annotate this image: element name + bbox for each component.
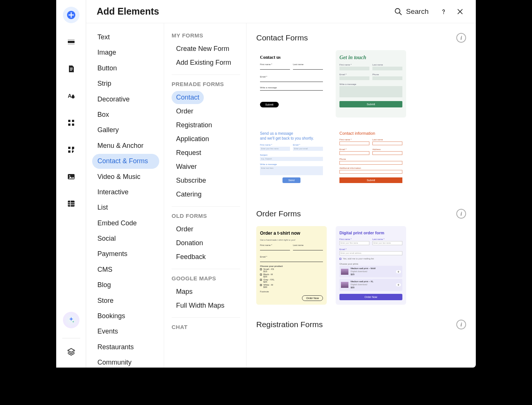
category-item[interactable]: Contact & Forms <box>92 154 159 168</box>
svg-point-22 <box>443 13 444 14</box>
group-label: CHAT <box>172 324 243 330</box>
subcategory-item[interactable]: Order <box>172 105 243 118</box>
subcategory-item[interactable]: Order <box>172 223 243 236</box>
grid-icon <box>67 118 76 127</box>
category-item[interactable]: Store <box>92 293 159 308</box>
form-preview[interactable]: Order a t-shirt now Get a handmade t-shi… <box>256 226 327 305</box>
rail-media-icon[interactable] <box>63 168 79 185</box>
rail-plugins-icon[interactable] <box>63 141 79 158</box>
rail-design-icon[interactable]: A <box>63 88 79 104</box>
close-button[interactable] <box>455 6 465 17</box>
help-icon <box>440 8 447 15</box>
category-item[interactable]: Decorative <box>92 92 159 107</box>
add-button[interactable] <box>63 7 79 23</box>
info-button[interactable]: i <box>456 320 466 329</box>
subcategory-item[interactable]: Request <box>172 146 243 159</box>
category-item[interactable]: Box <box>92 107 159 122</box>
panel-title: Add Elements <box>97 6 159 17</box>
subcategory-item[interactable]: Subscribe <box>172 174 243 187</box>
category-item[interactable]: Image <box>92 45 159 60</box>
category-item[interactable]: Bookings <box>92 309 159 323</box>
section-icon <box>67 37 76 46</box>
category-item[interactable]: List <box>92 200 159 215</box>
form-preview[interactable]: Get in touch First name *Last name Email… <box>336 50 406 118</box>
section-header: Contact Forms i <box>256 33 466 43</box>
layers-icon <box>67 347 76 356</box>
svg-point-15 <box>69 176 70 177</box>
category-item[interactable]: Strip <box>92 76 159 91</box>
svg-rect-16 <box>68 201 75 207</box>
subcategory-item[interactable]: Donation <box>172 237 243 250</box>
svg-rect-8 <box>68 120 70 122</box>
category-item[interactable]: Embed Code <box>92 216 159 231</box>
text-drop-icon: A <box>67 91 76 100</box>
section-header: Registration Forms i <box>256 320 466 329</box>
search-icon <box>394 7 402 16</box>
rail-data-icon[interactable] <box>63 195 79 212</box>
svg-rect-9 <box>72 120 74 122</box>
section-title: Order Forms <box>256 209 301 218</box>
section-title: Registration Forms <box>256 320 323 329</box>
subcategory-item[interactable]: Create New Form <box>172 42 243 55</box>
subcategory-item[interactable]: Catering <box>172 188 243 201</box>
rail-page-icon[interactable] <box>63 61 79 77</box>
search-label: Search <box>406 7 429 16</box>
svg-text:A: A <box>68 93 72 99</box>
help-button[interactable] <box>438 6 449 17</box>
form-preview[interactable]: Send us a message and we'll get back to … <box>256 127 327 194</box>
svg-rect-10 <box>68 124 70 126</box>
category-item[interactable]: Payments <box>92 247 159 261</box>
group-label: MY FORMS <box>172 32 243 39</box>
category-item[interactable]: Events <box>92 324 159 339</box>
svg-rect-1 <box>68 41 75 43</box>
category-item[interactable]: Blog <box>92 278 159 292</box>
layers-button[interactable] <box>63 344 79 360</box>
category-item[interactable]: Social <box>92 231 159 246</box>
section-header: Order Forms i <box>256 209 466 219</box>
add-elements-panel: A Add Elements Search <box>56 0 476 368</box>
group-label: PREMADE FORMS <box>172 81 243 87</box>
category-item[interactable]: Gallery <box>92 123 159 137</box>
subcategory-item[interactable]: Add Existing Form <box>172 56 243 69</box>
subcategory-item[interactable]: Feedback <box>172 250 243 264</box>
category-item[interactable]: Community <box>92 355 159 368</box>
info-button[interactable]: i <box>456 33 466 43</box>
info-button[interactable]: i <box>456 209 466 219</box>
main-area: Add Elements Search TextImageButtonStrip… <box>86 0 476 368</box>
plus-icon <box>67 10 76 19</box>
subcategory-item[interactable]: Maps <box>172 285 243 298</box>
category-item[interactable]: Button <box>92 61 159 76</box>
image-icon <box>67 172 76 181</box>
table-icon <box>67 199 76 208</box>
group-label: OLD FORMS <box>172 213 243 219</box>
svg-rect-13 <box>68 150 70 153</box>
subcategory-item[interactable]: Contact <box>172 91 204 104</box>
rail-section-icon[interactable] <box>63 34 79 50</box>
page-icon <box>67 64 76 73</box>
svg-rect-4 <box>70 68 73 68</box>
category-item[interactable]: CMS <box>92 262 159 277</box>
search-button[interactable]: Search <box>394 7 429 16</box>
category-item[interactable]: Menu & Anchor <box>92 138 159 153</box>
svg-rect-3 <box>68 44 75 45</box>
category-item[interactable]: Restaurants <box>92 340 159 354</box>
ai-button[interactable] <box>63 312 79 328</box>
category-list: TextImageButtonStripDecorativeBoxGallery… <box>86 23 164 368</box>
subcategory-item[interactable]: Application <box>172 133 243 146</box>
section-title: Contact Forms <box>256 33 308 42</box>
puzzle-icon <box>67 145 76 154</box>
form-preview[interactable]: Digital print order form First name *Ent… <box>336 226 406 305</box>
subcategory-item[interactable]: Full Width Maps <box>172 299 243 312</box>
panel-header: Add Elements Search <box>86 0 476 23</box>
group-label: GOOGLE MAPS <box>172 275 243 281</box>
preview-gallery: Contact Forms i Contact us First name *L… <box>247 23 476 368</box>
form-preview[interactable]: Contact information First name *Last nam… <box>336 127 406 194</box>
close-icon <box>456 8 464 15</box>
category-item[interactable]: Interactive <box>92 185 159 200</box>
category-item[interactable]: Video & Music <box>92 170 159 184</box>
form-preview[interactable]: Contact us First name *Last name Email *… <box>256 50 327 118</box>
subcategory-item[interactable]: Waiver <box>172 160 243 173</box>
category-item[interactable]: Text <box>92 30 159 45</box>
rail-apps-icon[interactable] <box>63 115 79 131</box>
subcategory-item[interactable]: Registration <box>172 119 243 132</box>
